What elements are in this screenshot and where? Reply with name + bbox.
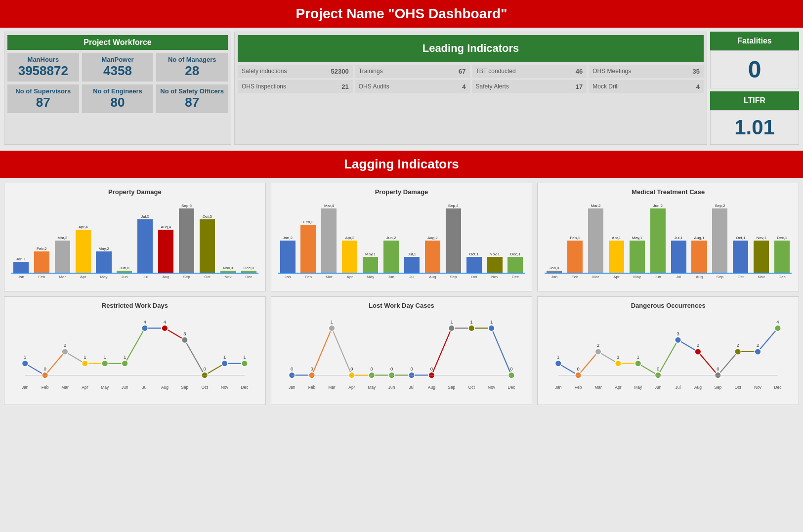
point-label: 0 xyxy=(43,366,46,371)
x-axis-label: Jan xyxy=(545,275,564,279)
do-title: Dangerous Occurrences xyxy=(543,302,794,309)
point-label: 1 xyxy=(557,354,559,360)
pd1-bars: Jan,1Feb,2Mar,3Apr,4May,2Jun,0Jul,5Aug,4… xyxy=(9,199,260,279)
bar-group: Aug,2 xyxy=(423,199,442,273)
point-label: 0 xyxy=(410,366,413,371)
li-ohs-audits: OHS Audits 4 xyxy=(355,80,470,93)
x-axis-label: Jun xyxy=(648,275,668,279)
wf-safety-officers: No of Safety Officers 87 xyxy=(156,84,228,113)
bar-group: Apr,4 xyxy=(74,199,93,273)
bar-group: May,1 xyxy=(361,199,380,273)
point-label: 1 xyxy=(223,354,226,360)
x-axis-label: Oct xyxy=(198,275,217,279)
bar-label-top: Mar,3 xyxy=(57,236,67,240)
bar-label-top: Apr,1 xyxy=(612,236,621,240)
lost-work-chart: Lost Work Day Cases 0Jan0Feb1Mar0Apr0May… xyxy=(271,296,533,405)
bar xyxy=(34,251,49,273)
lagging-header: Lagging Indicators xyxy=(0,151,803,178)
data-point xyxy=(675,337,681,343)
bar-group: Sep,6 xyxy=(177,199,196,273)
x-axis-label: Oct xyxy=(468,385,475,390)
li-trainings: Trainings 67 xyxy=(355,65,470,78)
bar-group: Aug,1 xyxy=(690,199,709,273)
bar-group: Jun,2 xyxy=(648,199,668,273)
ltifr-title: LTIFR xyxy=(710,91,799,110)
bar-label-top: Sep,2 xyxy=(715,204,725,208)
bar xyxy=(137,219,153,273)
bar-label-top: Jan,0 xyxy=(549,266,559,270)
data-point xyxy=(635,360,641,367)
bar xyxy=(241,271,256,273)
bar-label-top: Jul,5 xyxy=(141,214,149,219)
bar-group: Oct,1 xyxy=(465,199,484,273)
data-point xyxy=(162,325,168,331)
bar-group: Apr,1 xyxy=(607,199,626,273)
li-safety-inductions-value: 52300 xyxy=(331,68,349,75)
li-ohs-meetings-value: 35 xyxy=(693,68,700,75)
point-label: 1 xyxy=(470,319,472,325)
bar xyxy=(200,219,215,273)
mtc-bars: Jan,0Feb,1Mar,2Apr,1May,1Jun,2Jul,1Aug,1… xyxy=(543,199,794,279)
x-axis-label: Nov xyxy=(488,385,496,390)
bar-label-top: Jul,1 xyxy=(408,252,416,256)
bar xyxy=(425,241,440,273)
bar-group: Oct,5 xyxy=(198,199,217,273)
bar-label-top: Oct,1 xyxy=(469,252,479,256)
bar-group: Jul,5 xyxy=(135,199,155,273)
x-axis-label: Apr xyxy=(74,275,93,279)
x-axis-label: Jul xyxy=(135,275,155,279)
data-point xyxy=(122,360,128,367)
x-axis-label: Aug xyxy=(161,385,169,390)
li-trainings-label: Trainings xyxy=(359,68,383,75)
charts-section: Property Damage Jan,1Feb,2Mar,3Apr,4May,… xyxy=(0,178,803,415)
point-label: 1 xyxy=(84,354,86,360)
x-axis-label: Dec xyxy=(774,385,782,390)
data-point xyxy=(221,360,228,367)
wf-engineers-label: No of Engineers xyxy=(84,87,152,95)
fatalities-title: Fatalities xyxy=(710,32,799,50)
bar-label-top: Nov,1 xyxy=(757,236,766,240)
bar xyxy=(404,257,420,273)
data-point xyxy=(329,325,335,331)
wf-managers-label: No of Managers xyxy=(158,56,226,63)
do-line: 1Jan0Feb2Mar1Apr1May0Jun3Jul2Aug0Sep2Oct… xyxy=(543,312,794,393)
line-chart-svg: 1Jan0Feb2Mar1Apr1May1Jun4Jul4Aug3Sep0Oct… xyxy=(9,312,260,391)
point-label: 1 xyxy=(331,319,333,325)
x-axis-label: Feb xyxy=(32,275,51,279)
bar xyxy=(363,257,378,273)
li-safety-alerts-value: 17 xyxy=(576,83,583,90)
x-axis-label: Feb xyxy=(308,385,315,390)
charts-row-2: Restricted Work Days 1Jan0Feb2Mar1Apr1Ma… xyxy=(4,296,799,405)
point-label: 0 xyxy=(717,366,719,371)
li-tbt-value: 46 xyxy=(576,68,583,75)
bar xyxy=(55,241,70,273)
bar-label-top: Sep,6 xyxy=(181,204,192,208)
bar-label-top: Aug,4 xyxy=(161,225,171,229)
x-axis-label: Mar xyxy=(61,385,69,390)
point-label: 1 xyxy=(104,354,106,360)
bar-label-top: Dec,1 xyxy=(777,236,787,240)
x-axis-label: Mar xyxy=(595,385,602,390)
page-header: Project Name "OHS Dashboard" xyxy=(0,0,803,28)
bar-label-top: Jan,2 xyxy=(283,236,293,240)
li-ohs-inspections-label: OHS Inspections xyxy=(242,83,286,90)
bar-label-top: Jan,1 xyxy=(16,257,26,261)
x-axis-label: Sep xyxy=(444,275,463,279)
bar-label-top: Mar,4 xyxy=(324,204,334,208)
bar xyxy=(383,241,399,273)
bar xyxy=(13,262,29,273)
bar-label-top: May,2 xyxy=(98,246,109,251)
property-damage-chart-1: Property Damage Jan,1Feb,2Mar,3Apr,4May,… xyxy=(4,183,266,291)
x-axis-label: May xyxy=(368,385,376,390)
li-ohs-meetings-label: OHS Meetings xyxy=(592,68,631,75)
bar-label-top: Sep,4 xyxy=(448,204,459,208)
workforce-title: Project Workforce xyxy=(7,35,228,50)
bar xyxy=(321,208,337,273)
bar xyxy=(117,271,132,273)
wf-safety-officers-label: No of Safety Officers xyxy=(158,87,226,95)
x-axis-label: Sep xyxy=(177,275,196,279)
bar-group: Jan,1 xyxy=(11,199,31,273)
x-axis-label: Oct xyxy=(731,275,750,279)
x-axis-label: Feb xyxy=(565,275,585,279)
x-axis-label: Jan xyxy=(555,385,562,390)
